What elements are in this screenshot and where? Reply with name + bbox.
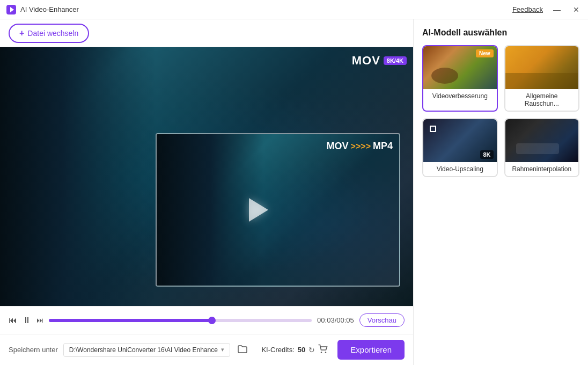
save-under-label: Speichern unter <box>9 346 58 354</box>
model-thumb-interpolation <box>505 119 579 162</box>
preview-button[interactable]: Vorschau <box>359 313 405 327</box>
thumb-car <box>516 143 559 154</box>
model-name-upscaling: Video-Upscaling <box>423 162 497 176</box>
comparison-from: MOV <box>327 141 349 152</box>
panel-title: AI-Modell auswählen <box>422 28 579 38</box>
credits-count: 50 <box>298 346 305 354</box>
model-card-upscaling[interactable]: 8K Video-Upscaling <box>422 118 498 177</box>
thumb-shape <box>431 68 458 84</box>
svg-point-3 <box>325 352 326 353</box>
thumb-landscape <box>505 73 579 89</box>
credits-area: KI-Credits: 50 ↻ <box>261 344 328 356</box>
progress-thumb <box>208 317 216 324</box>
comparison-person <box>157 134 264 286</box>
video-person-left <box>0 47 156 306</box>
comparison-format-label: MOV >>>> MP4 <box>327 141 393 152</box>
format-text: MOV <box>352 54 380 68</box>
feedback-link[interactable]: Feedback <box>512 5 543 13</box>
app-logo-icon <box>6 5 16 14</box>
model-card-videoverbesserung[interactable]: New Videoverbesserung <box>422 45 498 112</box>
left-panel: + Datei wechseln MOV 8K/4K <box>0 19 413 365</box>
progress-fill <box>49 319 212 322</box>
add-file-label: Datei wechseln <box>27 29 78 38</box>
cart-icon[interactable] <box>318 344 328 356</box>
model-name-interpolation: Rahmeninterpolation <box>505 162 579 176</box>
controls-bar: ⏮ ⏸ ⏭ 00:03/00:05 Vorschau <box>0 306 413 334</box>
skip-forward-button[interactable]: ⏭ <box>36 316 43 324</box>
app-title-area: AI Video-Enhancer <box>6 5 79 14</box>
model-name-videoverbesserung: Videoverbesserung <box>423 89 497 103</box>
app-title: AI Video-Enhancer <box>20 5 79 13</box>
save-path-text: D:\Wondershare UniConverter 16\AI Video … <box>69 346 218 354</box>
progress-track[interactable] <box>49 319 312 322</box>
model-thumb-noise <box>505 46 579 89</box>
folder-button[interactable] <box>238 345 247 355</box>
titlebar: AI Video-Enhancer Feedback — ✕ <box>0 0 588 19</box>
video-preview: MOV 8K/4K MOV >>>> MP4 <box>0 47 413 306</box>
model-name-noise: Allgemeine Rauschun... <box>505 89 579 111</box>
model-thumb-videoverbesserung: New <box>423 46 497 89</box>
comparison-arrow-icon <box>249 198 268 222</box>
comparison-to: MP4 <box>373 141 393 152</box>
main-layout: + Datei wechseln MOV 8K/4K <box>0 19 588 365</box>
save-path-input[interactable]: D:\Wondershare UniConverter 16\AI Video … <box>63 343 230 357</box>
time-display: 00:03/00:05 <box>317 316 354 324</box>
pause-button[interactable]: ⏸ <box>23 316 31 325</box>
new-badge: New <box>476 49 494 57</box>
titlebar-controls: Feedback — ✕ <box>512 5 582 14</box>
skip-back-button[interactable]: ⏮ <box>9 316 17 325</box>
path-dropdown-icon: ▾ <box>221 346 224 353</box>
refresh-icon[interactable]: ↻ <box>308 346 315 354</box>
toolbar: + Datei wechseln <box>0 19 413 47</box>
export-button[interactable]: Exportieren <box>337 340 405 360</box>
cart-svg <box>318 344 328 354</box>
format-badge: MOV 8K/4K <box>352 54 407 68</box>
right-panel: AI-Modell auswählen New Videoverbesserun… <box>413 19 588 365</box>
minimize-button[interactable]: — <box>552 5 562 14</box>
model-card-interpolation[interactable]: Rahmeninterpolation <box>504 118 580 177</box>
svg-point-2 <box>321 352 322 353</box>
resolution-badge: 8K/4K <box>384 56 407 65</box>
add-file-button[interactable]: + Datei wechseln <box>9 24 89 43</box>
bottom-bar: Speichern unter D:\Wondershare UniConver… <box>0 334 413 365</box>
credits-label: KI-Credits: <box>261 346 294 354</box>
model-grid: New Videoverbesserung Allgemeine Rauschu… <box>422 45 579 177</box>
model-card-noise[interactable]: Allgemeine Rauschun... <box>504 45 580 112</box>
plus-icon: + <box>19 28 24 38</box>
model-thumb-upscaling: 8K <box>423 119 497 162</box>
close-button[interactable]: ✕ <box>571 5 582 14</box>
comparison-arrows: >>>> <box>351 142 371 151</box>
comparison-overlay: MOV >>>> MP4 <box>156 133 400 287</box>
upscaling-8k-badge: 8K <box>480 150 493 159</box>
folder-icon <box>238 345 247 353</box>
expand-corner-tl <box>430 126 436 132</box>
